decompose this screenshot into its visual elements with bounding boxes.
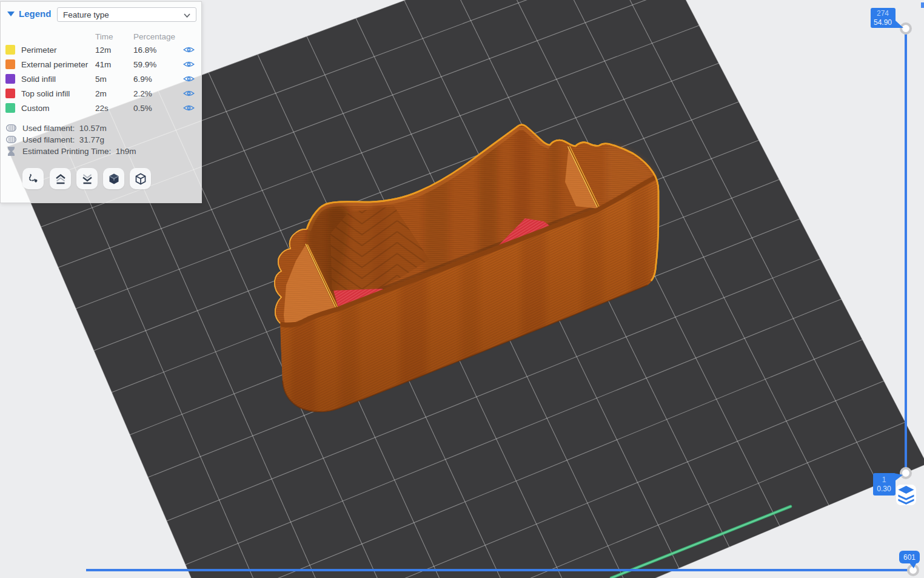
svg-text:54.90: 54.90 [874, 18, 892, 27]
svg-text:274: 274 [877, 9, 889, 18]
svg-text:0.30: 0.30 [877, 485, 891, 493]
svg-text:601: 601 [903, 553, 916, 562]
svg-text:1: 1 [882, 476, 886, 484]
